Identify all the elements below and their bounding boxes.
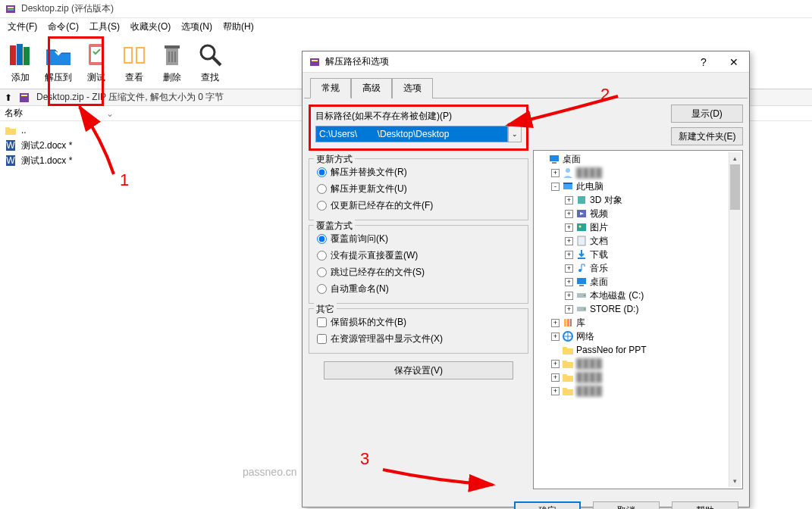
expand-icon[interactable]: + <box>565 196 573 205</box>
radio-extract-update[interactable]: 解压并更新文件(U) <box>317 180 520 197</box>
radio-freshen[interactable]: 仅更新已经存在的文件(F) <box>317 197 520 214</box>
tree-item-label: 视频 <box>590 208 608 220</box>
tree-item[interactable]: +网络 <box>535 329 741 343</box>
video-icon <box>575 208 588 220</box>
expand-icon[interactable]: + <box>551 373 560 382</box>
expand-icon[interactable]: + <box>565 278 573 286</box>
expand-icon[interactable]: + <box>565 237 573 245</box>
ok-button[interactable]: 确定 <box>514 501 581 509</box>
update-mode-group: 更新方式 解压并替换文件(R) 解压并更新文件(U) 仅更新已经存在的文件(F) <box>309 158 528 220</box>
tab-advanced[interactable]: 高级 <box>351 78 392 98</box>
menu-help[interactable]: 帮助(H) <box>218 19 259 35</box>
path-dropdown[interactable]: ⌄ <box>508 126 522 142</box>
menu-options[interactable]: 选项(N) <box>177 19 217 35</box>
cancel-button[interactable]: 取消 <box>593 501 660 509</box>
tree-item-label: 文档 <box>590 235 608 248</box>
tree-item[interactable]: +3D 对象 <box>535 193 741 207</box>
check-keep-broken[interactable]: 保留损坏的文件(B) <box>317 314 520 330</box>
col-name[interactable]: 名称 <box>5 107 23 120</box>
3d-icon <box>575 194 588 206</box>
drive-icon <box>575 303 588 315</box>
tree-item[interactable]: +图片 <box>535 220 741 234</box>
close-icon[interactable]: ✕ <box>719 56 749 68</box>
expand-icon[interactable]: + <box>565 251 573 259</box>
tree-item[interactable]: +桌面 <box>535 275 741 289</box>
expand-icon[interactable]: + <box>551 319 560 327</box>
radio-auto-rename[interactable]: 自动重命名(N) <box>317 280 520 297</box>
tree-item[interactable]: +████ <box>535 166 741 180</box>
destination-path-input[interactable] <box>315 126 508 142</box>
expand-icon[interactable]: + <box>551 387 560 395</box>
svg-point-27 <box>566 168 570 173</box>
check-show-explorer[interactable]: 在资源管理器中显示文件(X) <box>317 330 520 347</box>
save-settings-button[interactable]: 保存设置(V) <box>324 361 513 379</box>
up-icon[interactable]: ⬆ <box>5 92 12 103</box>
dialog-tabs: 常规 高级 选项 <box>304 73 748 98</box>
display-button[interactable]: 显示(D) <box>671 105 743 123</box>
book-open-icon <box>119 39 149 70</box>
tree-item[interactable]: +库 <box>535 316 741 329</box>
radio-ask-overwrite[interactable]: 覆盖前询问(K) <box>317 230 520 247</box>
tree-item-label: 音乐 <box>590 262 608 275</box>
tree-item[interactable]: +STORE (D:) <box>535 302 741 316</box>
folder-tree[interactable]: 桌面+████-此电脑+3D 对象+视频+图片+文档+下载+音乐+桌面+本地磁盘… <box>533 150 743 489</box>
menu-command[interactable]: 命令(C) <box>43 19 83 35</box>
radio-extract-replace[interactable]: 解压并替换文件(R) <box>317 164 520 180</box>
help-button[interactable]: 帮助 <box>672 501 738 509</box>
test-button[interactable]: 测试 <box>77 36 115 89</box>
menu-file[interactable]: 文件(F) <box>3 19 42 35</box>
expand-icon[interactable]: + <box>551 169 560 177</box>
expand-icon[interactable]: - <box>551 183 560 191</box>
search-icon <box>195 39 225 70</box>
tree-item[interactable]: +视频 <box>535 207 741 220</box>
menu-tools[interactable]: 工具(S) <box>85 19 124 35</box>
tree-item[interactable]: +下载 <box>535 248 741 261</box>
expand-icon[interactable]: + <box>551 333 560 341</box>
new-folder-button[interactable]: 新建文件夹(E) <box>671 127 743 145</box>
archive-icon <box>18 92 30 104</box>
tree-item[interactable]: 桌面 <box>535 152 741 166</box>
menu-favorites[interactable]: 收藏夹(O) <box>126 19 175 35</box>
delete-button[interactable]: 删除 <box>153 36 191 89</box>
expand-icon[interactable]: + <box>565 292 573 300</box>
extract-to-button[interactable]: 解压到 <box>39 36 77 89</box>
expand-icon[interactable]: + <box>565 210 573 218</box>
tree-item[interactable]: PassNeo for PPT <box>535 343 741 357</box>
pc-icon <box>562 180 574 192</box>
expand-icon[interactable]: + <box>565 223 573 232</box>
svg-point-43 <box>584 308 585 310</box>
add-button[interactable]: 添加 <box>2 36 39 89</box>
tree-item[interactable]: +████ <box>535 370 741 384</box>
scroll-thumb[interactable] <box>730 164 740 210</box>
svg-rect-1 <box>8 7 14 8</box>
expand-icon[interactable]: + <box>551 360 560 368</box>
find-button[interactable]: 查找 <box>191 36 229 89</box>
sort-indicator: ⌄ <box>106 108 114 119</box>
tree-item[interactable]: +本地磁盘 (C:) <box>535 289 741 302</box>
scroll-up-icon[interactable]: ▴ <box>729 152 741 164</box>
tab-general[interactable]: 常规 <box>310 78 351 98</box>
expand-icon[interactable]: + <box>565 305 573 314</box>
tree-item[interactable]: +音乐 <box>535 261 741 275</box>
tree-item[interactable]: +████ <box>535 357 741 370</box>
docx-icon: W <box>5 155 17 167</box>
clipboard-icon <box>81 39 111 70</box>
svg-rect-35 <box>578 236 585 245</box>
radio-skip-existing[interactable]: 跳过已经存在的文件(S) <box>317 264 520 280</box>
tab-options[interactable]: 选项 <box>392 78 433 98</box>
winrar-icon <box>309 56 321 68</box>
help-icon[interactable]: ? <box>688 56 719 68</box>
tree-item-label: 桌面 <box>590 276 608 289</box>
expand-icon[interactable]: + <box>565 264 573 273</box>
svg-rect-30 <box>578 196 585 204</box>
doc-icon <box>575 235 588 247</box>
view-button[interactable]: 查看 <box>115 36 153 89</box>
tree-item[interactable]: +████ <box>535 384 741 398</box>
tree-item[interactable]: -此电脑 <box>535 180 741 193</box>
scroll-down-icon[interactable]: ▾ <box>729 475 741 487</box>
scrollbar[interactable]: ▴ ▾ <box>729 152 741 487</box>
radio-overwrite-silent[interactable]: 没有提示直接覆盖(W) <box>317 247 520 264</box>
tree-item-label: PassNeo for PPT <box>576 345 647 355</box>
tree-item[interactable]: +文档 <box>535 234 741 248</box>
path-section: 目标路径(如果不存在将被创建)(P) ⌄ <box>309 105 528 151</box>
